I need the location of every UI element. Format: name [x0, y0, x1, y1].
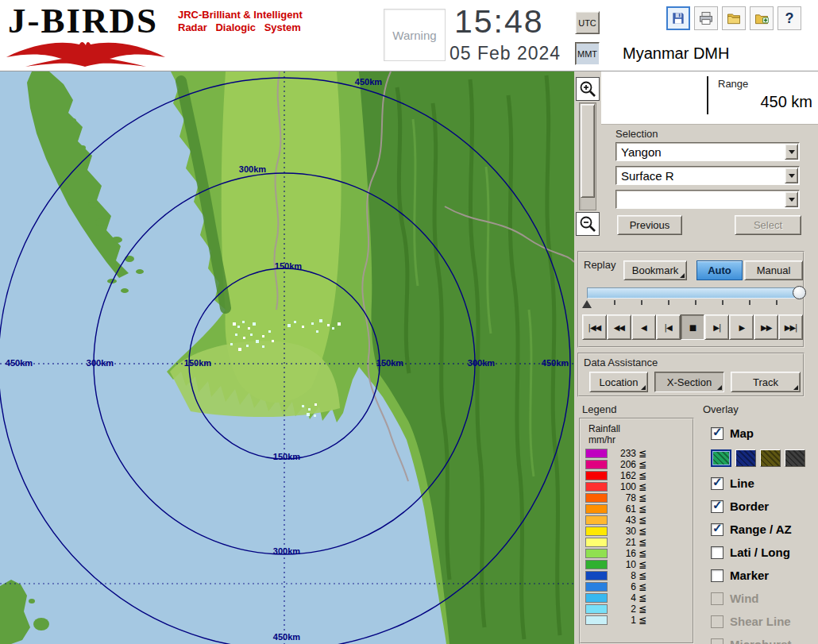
play-button[interactable]: ▶	[729, 314, 754, 340]
app-logo-title: J-BIRDS	[8, 0, 158, 41]
rainfall-threshold-value: 30	[608, 526, 636, 537]
checkbox-wind	[711, 592, 723, 605]
playback-controls: |◀◀◀◀◀|◀■▶|▶▶▶▶▶|	[582, 314, 803, 340]
skip-to-start-button[interactable]: |◀◀	[582, 314, 607, 340]
radar-echo	[262, 335, 264, 337]
play-reverse-button[interactable]: ◀	[631, 314, 656, 340]
rainfall-threshold-value: 21	[608, 537, 636, 548]
legend-row: 6≦	[585, 581, 689, 592]
map-style-swatches	[711, 445, 817, 472]
timezone-utc-button[interactable]: UTC	[575, 11, 600, 34]
select-button[interactable]: Select	[735, 215, 801, 235]
rainfall-threshold-value: 2	[608, 604, 636, 615]
extra-combobox-dropdown-button[interactable]	[785, 191, 798, 207]
previous-button[interactable]: Previous	[617, 215, 682, 235]
rainfall-threshold-value: 206	[608, 459, 636, 470]
map-style-swatch-4[interactable]	[785, 449, 805, 467]
manual-mode-button[interactable]: Manual	[744, 260, 803, 280]
site-combobox[interactable]: Yangon	[615, 142, 800, 161]
data-assistance-buttons: LocationX-SectionTrack	[589, 372, 801, 392]
select-button-label: Select	[754, 219, 782, 231]
replay-timeline-slider[interactable]	[587, 287, 800, 299]
radar-echo	[268, 330, 271, 333]
print-button[interactable]	[694, 6, 718, 30]
rainfall-threshold-value: 8	[608, 570, 636, 581]
zoom-in-button[interactable]	[576, 77, 600, 101]
rainfall-threshold-value: 61	[608, 503, 636, 515]
radar-echo	[235, 334, 237, 336]
legend-row: 10≦	[585, 559, 689, 570]
overlay-title: Overlay	[703, 403, 739, 415]
checkbox-range-az[interactable]: ✓	[711, 523, 723, 536]
track-button[interactable]: Track	[731, 372, 801, 392]
rainfall-color-swatch	[585, 526, 608, 536]
chevron-down-icon	[789, 198, 795, 205]
product-combobox[interactable]: Surface R	[615, 166, 800, 185]
less-equal-icon: ≦	[639, 526, 646, 537]
location-button[interactable]: Location	[589, 372, 648, 392]
timeline-tick	[641, 300, 642, 305]
corner-arrow-icon	[793, 385, 798, 390]
step-back-button[interactable]: |◀	[656, 314, 681, 340]
range-label: Range	[718, 78, 748, 90]
zoom-out-button[interactable]	[576, 212, 600, 236]
fast-forward-button[interactable]: ▶▶	[754, 314, 778, 340]
zoom-slider-track[interactable]	[579, 102, 596, 210]
timeline-slider-thumb[interactable]	[793, 286, 806, 299]
radar-echo	[327, 324, 330, 326]
map-style-swatch-1[interactable]	[711, 449, 731, 467]
legend-row: 30≦	[585, 526, 689, 537]
map-style-swatch-3[interactable]	[760, 449, 781, 467]
rainfall-threshold-value: 43	[608, 515, 636, 526]
stop-button[interactable]: ■	[681, 314, 705, 340]
data-assistance-label: Data Assistance	[584, 357, 658, 368]
radar-map[interactable]: 450km300km150km450km300km150km150km300km…	[0, 71, 574, 644]
checkbox-border[interactable]: ✓	[711, 500, 723, 513]
timeline-tick	[749, 300, 750, 305]
export-button[interactable]	[750, 6, 774, 30]
radar-echo	[314, 403, 317, 406]
radar-echo	[237, 326, 240, 328]
app: J-BIRDS JRC-Brilliant & Intelligent Rada…	[0, 0, 818, 644]
checkbox-lati-long[interactable]	[711, 546, 723, 559]
site-combobox-dropdown-button[interactable]	[785, 144, 798, 160]
rainfall-color-swatch	[585, 538, 608, 547]
save-button[interactable]	[666, 6, 690, 30]
product-combobox-dropdown-button[interactable]	[785, 168, 798, 183]
zoom-slider-thumb[interactable]	[581, 104, 595, 198]
step-forward-button[interactable]: ▶|	[704, 314, 729, 340]
rainfall-threshold-value: 100	[608, 481, 636, 492]
open-folder-button[interactable]	[722, 6, 746, 30]
mmt-label: MMT	[577, 49, 597, 59]
timezone-mmt-button[interactable]: MMT	[575, 42, 600, 65]
warning-indicator[interactable]: Warning	[384, 9, 446, 61]
overlay-item-label: Map	[730, 426, 754, 440]
checkbox-map[interactable]: ✓	[711, 427, 723, 440]
rainfall-color-swatch	[585, 449, 608, 458]
radar-echo	[238, 348, 241, 351]
logo-subtitle-1: JRC-Brilliant & Intelligent	[178, 9, 303, 21]
fast-rewind-button[interactable]: ◀◀	[607, 314, 631, 340]
checkbox-marker[interactable]	[711, 569, 723, 582]
overlay-item-label: Range / AZ	[730, 523, 792, 536]
overlay-item-map: ✓Map	[711, 422, 817, 445]
map-style-swatch-2[interactable]	[735, 449, 756, 467]
checkbox-line[interactable]: ✓	[711, 477, 723, 490]
skip-to-end-button[interactable]: ▶▶|	[778, 314, 803, 340]
radar-map-area[interactable]: 450km300km150km450km300km150km150km300km…	[0, 71, 574, 644]
legend-unit-line1: Rainfall	[588, 423, 620, 434]
x-section-button-label: X-Section	[667, 376, 712, 388]
auto-mode-button[interactable]: Auto	[696, 260, 743, 280]
radar-echo	[256, 340, 259, 343]
data-assistance-group: Data Assistance LocationX-SectionTrack	[577, 353, 804, 397]
radar-echo	[253, 322, 256, 326]
timeline-tick	[614, 300, 615, 305]
help-button[interactable]: ?	[777, 6, 801, 30]
rainfall-color-swatch	[585, 549, 608, 558]
legend-row: 43≦	[585, 515, 689, 526]
x-section-button[interactable]: X-Section	[654, 372, 724, 392]
extra-combobox[interactable]	[615, 190, 800, 209]
legend-row: 61≦	[585, 503, 689, 515]
bookmark-button[interactable]: Bookmark	[623, 260, 687, 280]
overlay-item-shear-line: Shear Line	[711, 610, 817, 633]
